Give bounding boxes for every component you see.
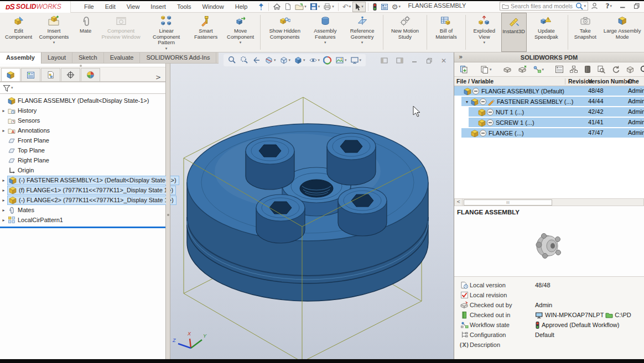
viewtool-monitor-button[interactable]: ▾ — [349, 56, 363, 65]
dropdown-arrow[interactable]: ▾ — [490, 67, 492, 72]
dropdown-arrow[interactable]: ▾ — [361, 4, 363, 9]
tree-item-content[interactable]: Right Plane — [7, 157, 49, 164]
dropdown-arrow[interactable]: ▾ — [361, 40, 363, 45]
wclose-button[interactable]: ✕ — [439, 55, 448, 66]
tree-item-content[interactable]: (-) FLANGE<2> (7977K11<<7977K11>_Display… — [7, 196, 176, 205]
pane-r-button[interactable] — [394, 55, 405, 66]
search-input[interactable]: Search files and models ▾ — [500, 2, 588, 10]
viewtool-orient-button[interactable]: ▾ — [278, 56, 293, 65]
assembly-features-button[interactable]: Assembly Features▾ — [308, 13, 343, 52]
tree-item[interactable]: FLANGE ASSEMBLY (Default<Display State-1… — [0, 96, 165, 106]
pdm-list-button[interactable] — [553, 65, 566, 73]
instant3d-button[interactable]: Instant3D — [501, 13, 527, 52]
vertical-splitter[interactable] — [166, 64, 170, 359]
pdm-refresh-button[interactable] — [609, 65, 622, 73]
pdm-ref-button[interactable] — [624, 65, 637, 74]
pdm-file-row[interactable]: FLANGE ASSEMBLY (Default)48/48Admin — [454, 86, 644, 97]
folder-open-button[interactable]: ▾ — [293, 2, 308, 12]
tree-expander[interactable]: ▸ — [0, 208, 7, 213]
menu-view[interactable]: View — [121, 2, 146, 12]
graphics-viewport[interactable]: ▾▾▾▾▾▾ ✕ XYZ — [170, 52, 454, 359]
tree-item[interactable]: ▸(f) FLANGE<1> (7977K11<<7977K11>_Displa… — [0, 185, 165, 195]
filter-funnel-icon[interactable] — [3, 85, 11, 92]
take-snapshot-button[interactable]: Take Snapshot — [570, 13, 600, 52]
tree-item-content[interactable]: Top Plane — [7, 147, 45, 154]
pdm-tree-button[interactable] — [567, 65, 580, 73]
dropdown-arrow[interactable]: ▾ — [610, 4, 612, 8]
tree-item[interactable]: ▸History — [0, 106, 165, 115]
viewtool-scene-button[interactable]: ▾ — [334, 56, 349, 65]
viewtool-appearance-button[interactable] — [321, 56, 334, 65]
tree-item[interactable]: Sensors — [0, 115, 165, 125]
wmin-button[interactable] — [410, 55, 419, 66]
dropdown-arrow[interactable]: ▾ — [324, 40, 326, 45]
tab-sketch[interactable]: Sketch — [72, 52, 104, 64]
column-header-che[interactable]: Che — [628, 78, 639, 85]
user-button[interactable] — [589, 1, 600, 11]
large-assembly-mode-button[interactable]: Large Assembly Mode — [600, 13, 644, 52]
pdm-collapse-button[interactable]: » — [459, 53, 463, 61]
pdm-search-button[interactable] — [638, 65, 644, 74]
edit-component-button[interactable]: Edit Component — [2, 13, 35, 52]
pdm-prevsearch-button[interactable] — [595, 65, 608, 74]
pdm-horizontal-scrollbar[interactable]: < III — [454, 198, 644, 206]
tree-item-content[interactable]: FLANGE ASSEMBLY (Default<Display State-1… — [7, 97, 149, 104]
tree-item[interactable]: ▸AAnnotations — [0, 125, 165, 135]
pdm-checkin-button[interactable] — [516, 65, 529, 73]
tree-item-content[interactable]: Mates — [7, 206, 34, 214]
insert-components-button[interactable]: Insert Components▾ — [35, 13, 72, 52]
win-restore-button[interactable] — [632, 1, 642, 11]
wrestore-button[interactable] — [424, 55, 434, 66]
show-hidden-components-button[interactable]: Show Hidden Components — [262, 13, 308, 52]
stoplight-button[interactable] — [371, 2, 379, 12]
row-expander[interactable]: ▾ — [464, 99, 470, 104]
bill-of-materials-button[interactable]: Bill of Materials — [429, 13, 464, 52]
viewtool-display-button[interactable]: ▾ — [292, 56, 307, 65]
column-header-version-number[interactable]: Version Number — [588, 78, 633, 85]
viewtool-section-button[interactable]: ▾ — [263, 56, 278, 65]
pane-l-button[interactable] — [379, 55, 389, 66]
tree-item[interactable]: Right Plane — [0, 155, 165, 165]
tree-item[interactable]: Front Plane — [0, 135, 165, 145]
tree-filter[interactable]: ▾ — [0, 82, 165, 94]
home-button[interactable] — [271, 2, 283, 12]
panel-tab-dm[interactable] — [81, 68, 100, 81]
pin-button[interactable] — [256, 2, 266, 12]
menu-file[interactable]: File — [79, 2, 100, 12]
dropdown-arrow[interactable]: ▾ — [318, 58, 320, 62]
scrollbar-thumb[interactable]: III — [464, 199, 552, 206]
tab-solidworks-add-ins[interactable]: SOLIDWORKS Add-Ins — [140, 52, 216, 64]
cursor-select-button[interactable]: ▾ — [352, 2, 366, 12]
menu-insert[interactable]: Insert — [145, 2, 172, 12]
dropdown-arrow[interactable]: ▾ — [360, 58, 362, 62]
tree-item[interactable]: ▸Mates — [0, 205, 165, 215]
pdm-book-button[interactable] — [581, 65, 594, 73]
pdm-file-row[interactable]: ▾FASTENER ASSEMBLY (...)44/44Admin — [454, 97, 644, 107]
pdm-trans-button[interactable]: ▾ — [531, 65, 547, 73]
panel-tab-dx[interactable] — [61, 68, 80, 81]
tab-assembly[interactable]: Assembly — [0, 52, 41, 64]
tree-expander[interactable]: ▸ — [0, 178, 7, 183]
move-component-button[interactable]: Move Component▾ — [222, 13, 258, 52]
dropdown-arrow[interactable]: ▾ — [274, 58, 276, 62]
tree-item-content[interactable]: (f) FLANGE<1> (7977K11<<7977K11>_Display… — [7, 186, 176, 195]
search-dropdown[interactable]: ▾ — [584, 4, 586, 8]
panel-tab-fm[interactable] — [1, 68, 20, 81]
tree-item-content[interactable]: Front Plane — [7, 137, 49, 144]
tree-item[interactable]: ▸(-) FASTENER ASSEMBLY<1> (Default<Displ… — [0, 175, 165, 185]
tree-item[interactable]: ▸(-) FLANGE<2> (7977K11<<7977K11>_Displa… — [0, 195, 165, 205]
tree-expander[interactable]: ▸ — [0, 188, 7, 193]
menu-window[interactable]: Window — [197, 2, 230, 12]
tree-item[interactable]: Origin — [0, 165, 165, 175]
tree-item-content[interactable]: LocalCirPattern1 — [7, 216, 63, 224]
tree-expander[interactable]: ▸ — [0, 108, 7, 113]
menu-tools[interactable]: Tools — [172, 2, 197, 12]
pdm-file-row[interactable]: SCREW 1 (...)41/41Admin — [454, 118, 644, 128]
dropdown-arrow[interactable]: ▾ — [318, 4, 320, 9]
scroll-left-button[interactable]: < — [455, 199, 463, 206]
viewtool-prev-button[interactable] — [251, 56, 263, 65]
dropdown-arrow[interactable]: ▾ — [345, 58, 347, 62]
viewtool-zoomfit-button[interactable] — [226, 56, 238, 65]
tab-layout[interactable]: Layout — [41, 52, 72, 64]
tab-evaluate[interactable]: Evaluate — [104, 52, 141, 64]
